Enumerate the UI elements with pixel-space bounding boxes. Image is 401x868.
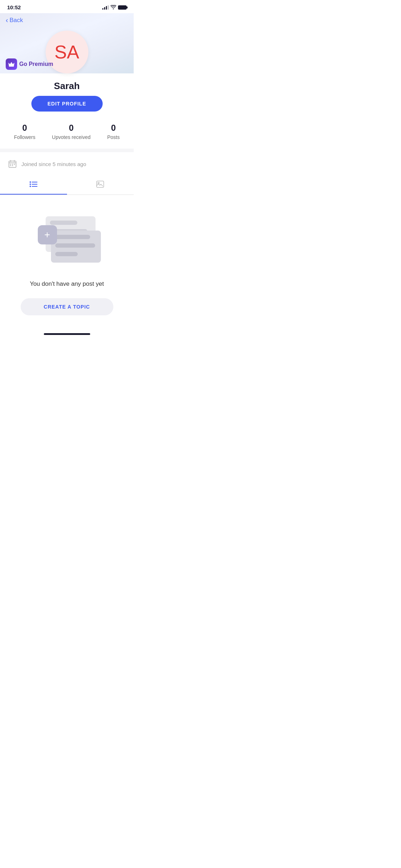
followers-stat: 0 Followers xyxy=(14,123,35,140)
posts-stat: 0 Posts xyxy=(107,123,120,140)
joined-text: Joined since 5 minutes ago xyxy=(21,161,86,167)
avatar-initials: SA xyxy=(55,41,79,63)
edit-profile-button[interactable]: EDIT PROFILE xyxy=(31,96,103,112)
tab-list[interactable] xyxy=(0,176,67,195)
stats-row: 0 Followers 0 Upvotes received 0 Posts xyxy=(0,120,134,149)
posts-count: 0 xyxy=(111,123,115,133)
premium-label: Go Premium xyxy=(19,61,53,67)
back-button[interactable]: ‹ Back xyxy=(0,13,134,27)
empty-message: You don't have any post yet xyxy=(30,280,104,288)
upvotes-count: 0 xyxy=(69,123,73,133)
svg-rect-8 xyxy=(32,182,37,182)
followers-label: Followers xyxy=(14,134,35,140)
battery-icon xyxy=(118,5,127,10)
upvotes-label: Upvotes received xyxy=(52,134,91,140)
svg-rect-6 xyxy=(12,165,13,166)
svg-point-14 xyxy=(98,182,99,184)
back-label: Back xyxy=(10,17,23,24)
svg-rect-2 xyxy=(10,164,11,165)
svg-point-9 xyxy=(30,184,31,185)
home-bar xyxy=(44,333,90,335)
back-chevron-icon: ‹ xyxy=(6,16,8,24)
svg-rect-12 xyxy=(32,186,37,187)
svg-rect-3 xyxy=(12,164,13,165)
svg-rect-5 xyxy=(10,165,11,166)
tab-images[interactable] xyxy=(67,176,134,195)
create-topic-button[interactable]: CREATE A TOPIC xyxy=(21,298,113,315)
svg-point-7 xyxy=(30,181,31,183)
list-icon xyxy=(30,181,37,189)
status-time: 10:52 xyxy=(7,4,21,10)
wifi-icon xyxy=(110,5,116,10)
content-area: Sarah EDIT PROFILE 0 Followers 0 Upvotes… xyxy=(0,73,134,149)
svg-point-11 xyxy=(30,186,31,187)
header-area: ‹ Back SA Go Premium xyxy=(0,13,134,73)
calendar-icon xyxy=(7,159,18,169)
tabs-container xyxy=(0,176,134,195)
home-indicator xyxy=(0,326,134,339)
status-icons xyxy=(102,5,127,10)
svg-rect-4 xyxy=(14,164,15,165)
empty-state: + You don't have any post yet CREATE A T… xyxy=(0,195,134,326)
section-divider xyxy=(0,149,134,152)
svg-rect-0 xyxy=(9,66,14,67)
premium-crown-icon xyxy=(6,58,17,70)
go-premium-button[interactable]: Go Premium xyxy=(6,58,53,70)
followers-count: 0 xyxy=(22,123,27,133)
image-icon xyxy=(96,181,104,190)
posts-label: Posts xyxy=(107,134,120,140)
user-name: Sarah xyxy=(0,73,134,96)
status-bar: 10:52 xyxy=(0,0,134,13)
avatar-area: SA Go Premium xyxy=(0,27,134,73)
empty-illustration: + xyxy=(31,209,103,273)
doc-card-front xyxy=(51,231,101,263)
plus-icon: + xyxy=(38,225,57,244)
upvotes-stat: 0 Upvotes received xyxy=(52,123,91,140)
svg-rect-10 xyxy=(32,184,37,185)
signal-icon xyxy=(102,5,109,10)
joined-section: Joined since 5 minutes ago xyxy=(0,152,134,176)
